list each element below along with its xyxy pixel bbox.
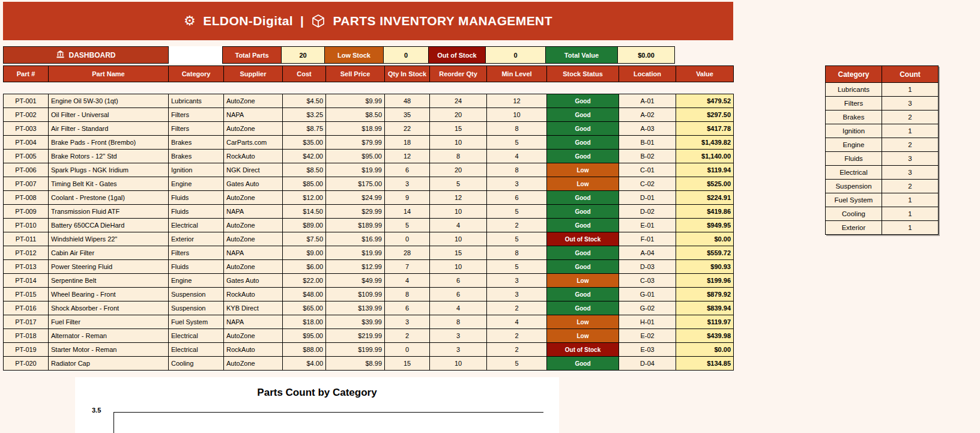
cell-qty-in-stock[interactable]: 6 bbox=[385, 163, 430, 177]
cell-qty-in-stock[interactable]: 35 bbox=[385, 108, 430, 122]
cell-reorder-qty[interactable]: 3 bbox=[430, 343, 487, 357]
cell-reorder-qty[interactable]: 6 bbox=[430, 288, 487, 301]
cell-min-level[interactable]: 2 bbox=[487, 301, 547, 315]
cell-reorder-qty[interactable]: 3 bbox=[430, 329, 487, 343]
cell-reorder-qty[interactable]: 15 bbox=[430, 246, 487, 260]
cell-supplier[interactable]: AutoZone bbox=[224, 191, 283, 205]
cell-sell-price[interactable]: $95.00 bbox=[326, 150, 385, 163]
cell-value[interactable]: $90.93 bbox=[676, 260, 734, 274]
cell-min-level[interactable]: 3 bbox=[487, 288, 547, 301]
cell-supplier[interactable]: NAPA bbox=[224, 315, 283, 329]
cell-reorder-qty[interactable]: 6 bbox=[430, 274, 487, 288]
cell-qty-in-stock[interactable]: 0 bbox=[385, 343, 430, 357]
cell-reorder-qty[interactable]: 4 bbox=[430, 301, 487, 315]
cell-qty-in-stock[interactable]: 8 bbox=[385, 288, 430, 301]
cell-part-number[interactable]: PT-020 bbox=[4, 357, 49, 371]
cell-part-number[interactable]: PT-014 bbox=[4, 274, 49, 288]
cell-stock-status[interactable]: Low bbox=[547, 274, 619, 288]
cell-stock-status[interactable]: Good bbox=[547, 246, 619, 260]
cell-category[interactable]: Brakes bbox=[169, 136, 224, 150]
cell-category[interactable]: Lubricants bbox=[169, 94, 224, 108]
cell-location[interactable]: G-01 bbox=[619, 288, 676, 301]
cell-location[interactable]: D-03 bbox=[619, 260, 676, 274]
cell-stock-status[interactable]: Out of Stock bbox=[547, 343, 619, 357]
cell-cost[interactable]: $95.00 bbox=[283, 329, 326, 343]
cell-summary-category[interactable]: Brakes bbox=[826, 111, 882, 124]
cell-cost[interactable]: $9.00 bbox=[283, 246, 326, 260]
cell-location[interactable]: C-01 bbox=[619, 163, 676, 177]
cell-part-name[interactable]: Brake Pads - Front (Brembo) bbox=[49, 136, 169, 150]
cell-category[interactable]: Engine bbox=[169, 177, 224, 191]
cell-part-name[interactable]: Fuel Filter bbox=[49, 315, 169, 329]
cell-summary-count[interactable]: 1 bbox=[882, 124, 939, 138]
col-header-summary-count[interactable]: Count bbox=[882, 66, 939, 83]
cell-qty-in-stock[interactable]: 22 bbox=[385, 122, 430, 136]
cell-cost[interactable]: $7.50 bbox=[283, 232, 326, 246]
cell-cost[interactable]: $12.00 bbox=[283, 191, 326, 205]
cell-qty-in-stock[interactable]: 6 bbox=[385, 301, 430, 315]
cell-sell-price[interactable]: $16.99 bbox=[326, 232, 385, 246]
cell-stock-status[interactable]: Good bbox=[547, 219, 619, 232]
cell-qty-in-stock[interactable]: 28 bbox=[385, 246, 430, 260]
cell-part-number[interactable]: PT-019 bbox=[4, 343, 49, 357]
cell-sell-price[interactable]: $9.99 bbox=[326, 94, 385, 108]
cell-part-number[interactable]: PT-012 bbox=[4, 246, 49, 260]
cell-sell-price[interactable]: $79.99 bbox=[326, 136, 385, 150]
cell-min-level[interactable]: 6 bbox=[487, 191, 547, 205]
cell-part-number[interactable]: PT-010 bbox=[4, 219, 49, 232]
cell-sell-price[interactable]: $19.99 bbox=[326, 163, 385, 177]
cell-reorder-qty[interactable]: 5 bbox=[430, 177, 487, 191]
cell-summary-count[interactable]: 1 bbox=[882, 221, 939, 235]
cell-summary-category[interactable]: Fluids bbox=[826, 152, 882, 166]
cell-part-name[interactable]: Coolant - Prestone (1gal) bbox=[49, 191, 169, 205]
cell-qty-in-stock[interactable]: 12 bbox=[385, 150, 430, 163]
kpi-total-parts-value[interactable]: 20 bbox=[281, 46, 325, 64]
cell-part-name[interactable]: Transmission Fluid ATF bbox=[49, 205, 169, 219]
cell-location[interactable]: D-01 bbox=[619, 191, 676, 205]
cell-sell-price[interactable]: $189.99 bbox=[326, 219, 385, 232]
cell-category[interactable]: Electrical bbox=[169, 219, 224, 232]
cell-supplier[interactable]: AutoZone bbox=[224, 232, 283, 246]
cell-stock-status[interactable]: Good bbox=[547, 136, 619, 150]
cell-category[interactable]: Engine bbox=[169, 274, 224, 288]
cell-part-number[interactable]: PT-008 bbox=[4, 191, 49, 205]
col-header-location[interactable]: Location bbox=[619, 66, 676, 82]
cell-category[interactable]: Fuel System bbox=[169, 315, 224, 329]
cell-summary-category[interactable]: Cooling bbox=[826, 207, 882, 221]
cell-part-number[interactable]: PT-004 bbox=[4, 136, 49, 150]
cell-location[interactable]: A-04 bbox=[619, 246, 676, 260]
cell-category[interactable]: Exterior bbox=[169, 232, 224, 246]
cell-min-level[interactable]: 5 bbox=[487, 232, 547, 246]
col-header-category[interactable]: Category bbox=[169, 66, 224, 82]
cell-location[interactable]: C-02 bbox=[619, 177, 676, 191]
col-header-part-name[interactable]: Part Name bbox=[49, 66, 169, 82]
cell-part-name[interactable]: Alternator - Reman bbox=[49, 329, 169, 343]
cell-value[interactable]: $0.00 bbox=[676, 343, 734, 357]
cell-category[interactable]: Filters bbox=[169, 246, 224, 260]
cell-supplier[interactable]: Gates Auto bbox=[224, 274, 283, 288]
cell-part-name[interactable]: Timing Belt Kit - Gates bbox=[49, 177, 169, 191]
cell-stock-status[interactable]: Low bbox=[547, 315, 619, 329]
cell-summary-category[interactable]: Engine bbox=[826, 138, 882, 152]
kpi-total-value-value[interactable]: $0.00 bbox=[617, 46, 675, 64]
cell-category[interactable]: Fluids bbox=[169, 205, 224, 219]
cell-cost[interactable]: $35.00 bbox=[283, 136, 326, 150]
cell-supplier[interactable]: RockAuto bbox=[224, 150, 283, 163]
cell-min-level[interactable]: 8 bbox=[487, 163, 547, 177]
cell-value[interactable]: $949.95 bbox=[676, 219, 734, 232]
cell-part-name[interactable]: Radiator Cap bbox=[49, 357, 169, 371]
cell-reorder-qty[interactable]: 24 bbox=[430, 94, 487, 108]
cell-qty-in-stock[interactable]: 18 bbox=[385, 136, 430, 150]
cell-location[interactable]: E-03 bbox=[619, 343, 676, 357]
cell-qty-in-stock[interactable]: 2 bbox=[385, 329, 430, 343]
cell-value[interactable]: $0.00 bbox=[676, 232, 734, 246]
cell-sell-price[interactable]: $109.99 bbox=[326, 288, 385, 301]
cell-cost[interactable]: $4.50 bbox=[283, 94, 326, 108]
cell-category[interactable]: Fluids bbox=[169, 191, 224, 205]
cell-supplier[interactable]: CarParts.com bbox=[224, 136, 283, 150]
cell-reorder-qty[interactable]: 12 bbox=[430, 191, 487, 205]
cell-supplier[interactable]: AutoZone bbox=[224, 329, 283, 343]
cell-stock-status[interactable]: Good bbox=[547, 260, 619, 274]
cell-category[interactable]: Suspension bbox=[169, 301, 224, 315]
cell-part-name[interactable]: Wheel Bearing - Front bbox=[49, 288, 169, 301]
